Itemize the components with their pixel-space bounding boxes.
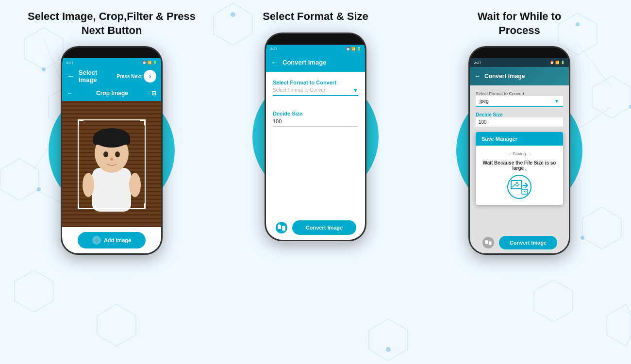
phone-3-content: Select Format to Convert jpeg ▼ Decide S… [470, 85, 569, 232]
section-3: Wait for While toProcess 2:27 ⏰ 📶 🔋 [427, 10, 612, 255]
phone-3-status-bar: 2:27 ⏰ 📶 🔋 [470, 58, 569, 67]
header-title-2: Convert Image [282, 59, 360, 66]
crop-bar: ← Crop Image ⊡ [62, 85, 161, 101]
status-time-1: 2:27 [66, 61, 74, 65]
crop-icon[interactable]: ⊡ [151, 90, 156, 97]
save-dialog-title: Save Manager [482, 136, 517, 142]
phone-3-topbar [470, 48, 569, 58]
phone-2-header: ← Convert Image [266, 53, 365, 72]
phone3-format-dropdown[interactable]: jpeg ▼ [476, 96, 563, 107]
alarm-icon-3: ⏰ [550, 61, 554, 65]
phone-1-header: ← Select Image Press Next › [62, 67, 161, 85]
phone-1-topbar [62, 48, 161, 58]
svg-rect-38 [278, 225, 281, 229]
phone-notch-2 [303, 34, 328, 39]
back-arrow-1[interactable]: ← [67, 72, 75, 81]
phone-2-bottom: Convert Image [266, 215, 365, 240]
crop-corner-tr [140, 119, 146, 125]
phone3-format-section: Select Format to Convert jpeg ▼ [476, 91, 563, 107]
phone3-format-label: Select Format to Convert [476, 91, 563, 96]
svg-rect-39 [282, 226, 285, 231]
next-button-1[interactable]: › [144, 70, 156, 83]
paperclip-icon: 📎 [92, 236, 101, 245]
convert-button-3[interactable]: Convert Image [499, 236, 557, 249]
convert-form: Select Format to Convert Select Format t… [266, 72, 365, 215]
section-2-title: Select Format & Size [263, 10, 368, 24]
section-3-title: Wait for While toProcess [478, 10, 562, 37]
svg-rect-41 [511, 181, 522, 189]
size-label: Decide Size [273, 111, 358, 116]
saving-text: ... Saving ... [508, 151, 531, 156]
crop-corner-tl [78, 119, 83, 125]
phone-3-screen: Select Format to Convert jpeg ▼ Decide S… [470, 85, 569, 253]
status-icons-3: ⏰ 📶 🔋 [550, 61, 565, 65]
phone3-dropdown-arrow: ▼ [554, 99, 559, 104]
battery-icon-1: 🔋 [153, 61, 157, 65]
format-dropdown[interactable]: Select Format to Convert ▼ [273, 85, 358, 96]
back-arrow-2[interactable]: ← [271, 58, 279, 67]
wifi-icon-3: 📶 [555, 61, 560, 65]
phone-1-status-bar: 2:27 ⏰ 📶 🔋 [62, 58, 161, 67]
phone-3-wrapper: 2:27 ⏰ 📶 🔋 ← Convert Image S [468, 46, 570, 255]
convert-icon [275, 221, 288, 234]
phone-2-wrapper: 2:27 ⏰ 📶 🔋 ← Convert Image Select Format… [265, 33, 366, 241]
crop-corner-bl [78, 203, 83, 209]
phone-1-wrapper: 2:27 ⏰ 📶 🔋 ← Select Image Press Next › [61, 46, 163, 255]
phone-2: 2:27 ⏰ 📶 🔋 ← Convert Image Select Format… [265, 33, 366, 241]
dropdown-arrow-icon: ▼ [353, 87, 358, 93]
save-dialog: Save Manager ... Saving ... Wait Because… [476, 132, 563, 205]
image-area [62, 101, 161, 227]
phone-1-bottom: 📎 Add Image [62, 227, 161, 253]
battery-icon-3: 🔋 [561, 61, 565, 65]
convert-label-3: Convert Image [510, 240, 547, 246]
wifi-icon-1: 📶 [148, 61, 152, 65]
header-title-3: Convert Image [484, 73, 525, 80]
alarm-icon-1: ⏰ [142, 61, 147, 65]
image-convert-icon [507, 175, 531, 199]
save-dialog-header: Save Manager [476, 132, 563, 146]
size-section: Decide Size 100 [273, 108, 358, 127]
section-2: Select Format & Size 2:27 ⏰ 📶 🔋 ← [223, 10, 408, 241]
phone-2-topbar [266, 34, 365, 45]
section-1-title: Select Image, Crop,Filter & Press Next B… [19, 10, 204, 37]
phone3-size-section: Decide Size 100 [476, 112, 563, 127]
phone3-format-value: jpeg [480, 99, 489, 104]
crop-back-arrow[interactable]: ← [67, 90, 73, 97]
format-section: Select Format to Convert Select Format t… [273, 80, 358, 96]
convert-label-2: Convert Image [306, 225, 343, 231]
status-icons-2: ⏰ 📶 🔋 [346, 47, 361, 51]
add-image-label: Add Image [104, 237, 131, 243]
svg-rect-45 [489, 242, 492, 245]
save-dialog-body: ... Saving ... Wait Because the File Siz… [476, 146, 563, 205]
crop-corner-br [140, 203, 146, 209]
phone-3: 2:27 ⏰ 📶 🔋 ← Convert Image S [468, 46, 570, 255]
format-label: Select Format to Convert [273, 80, 358, 85]
crop-title: Crop Image [96, 90, 128, 97]
phone-1: 2:27 ⏰ 📶 🔋 ← Select Image Press Next › [61, 46, 163, 255]
format-placeholder: Select Format to Convert [273, 87, 327, 93]
header-title-1: Select Image [79, 69, 116, 83]
phone-notch-3 [507, 48, 531, 52]
phone-notch-1 [100, 48, 124, 52]
status-time-3: 2:27 [474, 61, 482, 65]
phone3-size-value[interactable]: 100 [476, 117, 563, 127]
svg-rect-44 [485, 240, 488, 244]
add-image-button[interactable]: 📎 Add Image [78, 232, 146, 248]
wait-text: Wait Because the File Size is so large . [482, 160, 557, 171]
press-next-label: Press Next [116, 74, 142, 79]
alarm-icon-2: ⏰ [346, 47, 350, 51]
wifi-icon-2: 📶 [351, 47, 356, 51]
phone-3-header: ← Convert Image [470, 67, 569, 85]
convert-button-2[interactable]: Convert Image [292, 220, 356, 235]
convert-icon-3 [482, 236, 495, 249]
section-1: Select Image, Crop,Filter & Press Next B… [19, 10, 204, 255]
back-arrow-3[interactable]: ← [475, 73, 481, 80]
phone-2-status-bar: 2:27 ⏰ 📶 🔋 [266, 45, 365, 53]
battery-icon-2: 🔋 [357, 47, 361, 51]
phone3-size-label: Decide Size [476, 112, 563, 117]
size-input[interactable]: 100 [273, 116, 358, 127]
status-time-2: 2:27 [270, 47, 278, 51]
phone-3-bottom: Convert Image [470, 232, 569, 253]
status-icons-1: ⏰ 📶 🔋 [142, 61, 157, 65]
svg-point-42 [516, 182, 518, 184]
